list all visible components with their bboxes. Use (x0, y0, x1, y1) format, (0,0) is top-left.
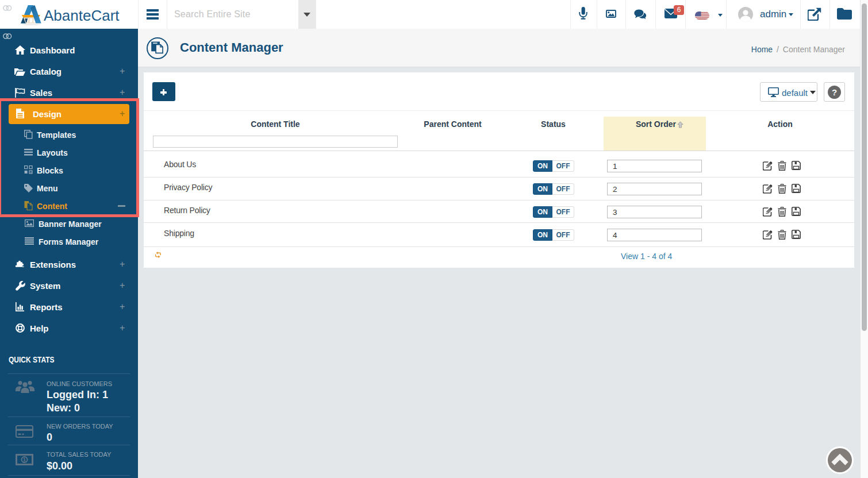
svg-text:1: 1 (23, 456, 26, 462)
